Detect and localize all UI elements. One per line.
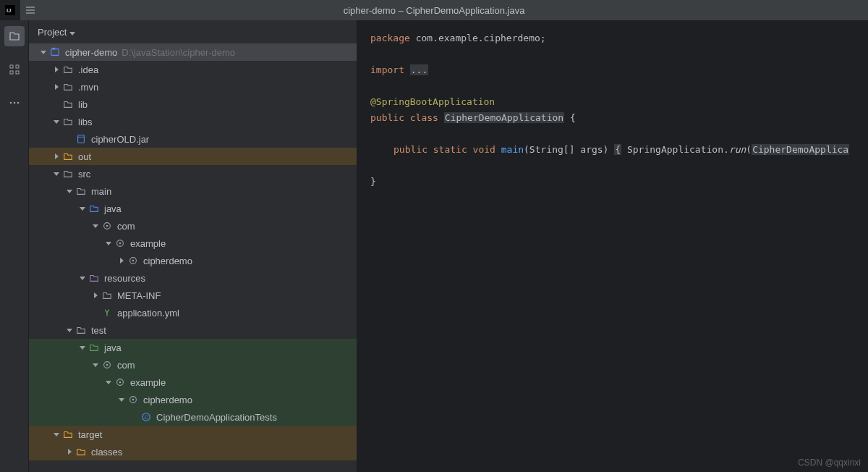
main-params: (String[] args) [524,144,608,155]
folder-icon [75,446,87,458]
tree-row[interactable]: target [29,426,357,443]
svg-text:IJ: IJ [7,7,11,14]
more-tool-button[interactable] [4,93,25,113]
pkg-icon [114,376,126,388]
sidebar-header-label: Project [38,27,67,38]
tree-item-label: cipher-demo [65,47,117,58]
tree-row[interactable]: example [29,235,357,252]
tree-row[interactable]: cipherOLD.jar [29,130,357,148]
tree-item-label: resources [104,273,145,284]
tree-arrow-icon[interactable] [51,172,62,176]
tree-row[interactable]: cipher-demoD:\javaStation\cipher-demo [29,43,357,61]
chevron-down-icon [69,27,75,38]
tree-arrow-icon[interactable] [77,207,88,211]
watermark: CSDN @qqxinxi [798,458,861,468]
svg-point-21 [119,382,122,384]
tree-item-label: example [130,238,166,249]
tree-arrow-icon[interactable] [64,190,75,193]
tree-arrow-icon[interactable] [103,381,114,384]
tree-row[interactable]: .mvn [29,78,357,96]
tree-arrow-icon[interactable] [51,67,62,72]
project-tree[interactable]: cipher-demoD:\javaStation\cipher-demo.id… [29,43,357,472]
tree-row[interactable]: example [29,374,357,391]
tree-item-label: cipherdemo [143,256,192,266]
tree-arrow-icon[interactable] [51,120,62,124]
tree-item-label: cipherdemo [143,395,192,405]
tree-row[interactable]: CCipherDemoApplicationTests [29,408,357,426]
tree-arrow-icon[interactable] [90,363,101,367]
kw-import: import [370,64,404,75]
structure-tool-button[interactable] [4,59,25,80]
tree-row[interactable]: libs [29,113,357,130]
tree-arrow-icon[interactable] [64,329,75,332]
code-editor[interactable]: package com.example.cipherdemo; import .… [357,20,868,472]
project-tool-button[interactable] [4,26,25,46]
tree-row[interactable]: lib [29,96,357,113]
pkg-icon [127,394,139,405]
folder-icon [62,429,74,440]
svg-point-17 [132,260,135,262]
folder-icon [75,185,87,197]
tree-item-label: out [78,151,91,162]
tree-arrow-icon[interactable] [116,398,127,402]
tree-arrow-icon[interactable] [77,277,88,280]
tree-row[interactable]: src [29,165,357,182]
svg-rect-10 [53,48,56,50]
yml-icon [101,307,113,319]
fn-run: run [729,144,746,155]
brace-open: { [570,112,576,123]
left-toolstrip [0,20,29,472]
tree-arrow-icon[interactable] [38,51,49,54]
folder-icon [62,64,74,75]
sidebar-header[interactable]: Project [29,20,357,43]
tree-arrow-icon[interactable] [116,258,127,264]
pkg-icon [114,237,126,249]
tree-row[interactable]: com [29,356,357,374]
tree-item-label: target [78,429,102,440]
tree-row[interactable]: java [29,339,357,356]
main-menu-icon[interactable] [20,5,41,15]
tree-arrow-icon[interactable] [51,433,62,437]
pkg-icon [101,220,113,232]
tree-row[interactable]: java [29,200,357,217]
tree-row[interactable]: .idea [29,61,357,78]
main-area: Project cipher-demoD:\javaStation\cipher… [0,20,868,472]
tree-row[interactable]: test [29,321,357,339]
pkg-icon [127,255,139,266]
tree-arrow-icon[interactable] [90,224,101,228]
module-icon [49,46,61,58]
kw-public2: public [393,144,427,155]
tree-arrow-icon[interactable] [77,346,88,350]
tree-row[interactable]: cipherdemo [29,252,357,269]
tree-arrow-icon[interactable] [51,84,62,90]
tree-item-label: libs [78,117,93,127]
tree-row[interactable]: cipherdemo [29,391,357,408]
svg-rect-11 [78,135,85,143]
tree-arrow-icon[interactable] [90,292,101,298]
fn-main: main [501,144,524,155]
tree-arrow-icon[interactable] [64,449,75,455]
tree-row[interactable]: META-INF [29,287,357,304]
folder-icon [101,290,113,301]
svg-point-7 [13,102,15,104]
tree-item-label: classes [91,447,122,458]
tree-item-label: java [104,342,122,353]
svg-rect-5 [16,71,19,74]
kw-public: public [370,112,404,123]
svg-point-19 [106,364,109,366]
tree-row[interactable]: com [29,217,357,235]
tree-arrow-icon[interactable] [103,242,114,245]
tree-row[interactable]: main [29,182,357,200]
tree-row[interactable]: application.yml [29,304,357,321]
kw-class: class [410,112,438,123]
svg-point-13 [106,225,109,227]
titlebar: IJ cipher-demo – CipherDemoApplication.j… [0,0,868,20]
import-fold[interactable]: ... [410,64,428,75]
tree-row[interactable]: resources [29,269,357,287]
folder-res-icon [88,272,100,284]
brace-close: } [370,176,376,187]
tree-row[interactable]: out [29,148,357,165]
tree-row[interactable]: classes [29,443,357,460]
tree-arrow-icon[interactable] [51,153,62,159]
tree-item-label: lib [78,99,88,110]
